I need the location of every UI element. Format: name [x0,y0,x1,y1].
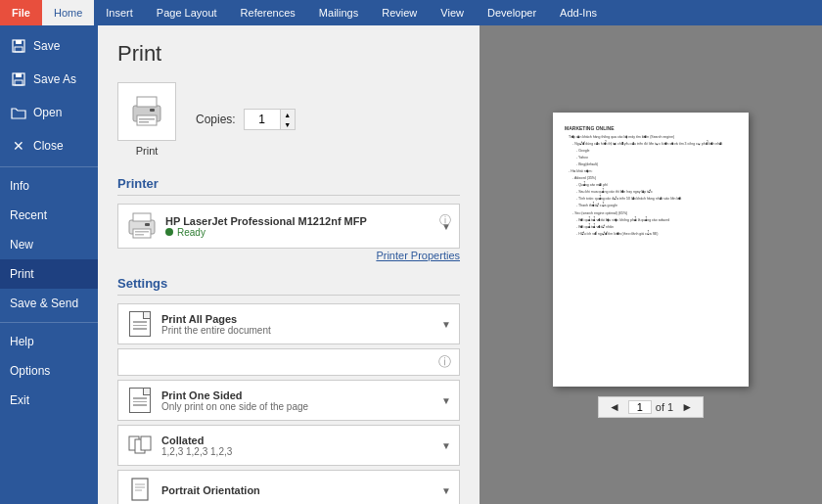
tab-page-layout[interactable]: Page Layout [145,0,229,25]
svg-rect-1 [16,40,22,44]
copies-input[interactable]: 1 [245,110,280,129]
setting-print-one-sided-text: Print One Sided Only print on one side o… [161,389,441,412]
print-all-pages-arrow[interactable]: ▼ [441,319,451,330]
printer-info-icon[interactable]: ⓘ [439,212,451,229]
printer-icon [126,210,158,242]
prev-page-button[interactable]: ◄ [609,400,620,414]
preview-nav: ◄ of 1 ► [598,396,704,418]
svg-rect-14 [133,229,151,238]
page-of-label: of 1 [656,401,673,413]
sidebar-item-save-as-label: Save As [33,72,76,86]
settings-section: Settings Print All Pages Print the entir… [117,276,460,504]
svg-rect-21 [132,479,148,500]
settings-section-title: Settings [117,276,460,296]
sidebar-item-options-label: Options [10,364,50,378]
next-page-button[interactable]: ► [681,400,693,414]
tab-home[interactable]: Home [42,0,94,25]
pages-input[interactable] [126,353,438,371]
svg-rect-10 [139,118,155,120]
setting-print-one-sided[interactable]: Print One Sided Only print on one side o… [117,380,460,421]
sidebar-item-save-as[interactable]: Save As [0,63,98,96]
pages-info-icon[interactable]: ⓘ [438,353,451,371]
page-number-input[interactable] [628,400,652,414]
tab-insert[interactable]: Insert [94,0,145,25]
copies-down-button[interactable]: ▼ [281,119,295,129]
print-title: Print [117,41,460,67]
sidebar-item-exit-label: Exit [10,393,29,407]
print-one-sided-icon [126,387,154,414]
print-one-sided-arrow[interactable]: ▼ [441,395,451,406]
sidebar-item-open[interactable]: Open [0,96,98,129]
sidebar-item-help-label: Help [10,335,34,348]
sidebar-item-save-send[interactable]: Save & Send [0,289,98,318]
sidebar-item-new[interactable]: New [0,230,98,259]
printer-button-icon [128,94,165,129]
svg-rect-17 [135,234,144,236]
collated-icon [126,432,154,459]
svg-rect-20 [141,436,151,450]
preview-paper: MARKETING ONLINE Tiếp cận khách hàng thô… [553,113,749,387]
svg-rect-5 [15,80,23,85]
file-tab[interactable]: File [0,0,42,25]
sidebar-item-recent-label: Recent [10,208,47,222]
close-icon: ✕ [10,137,27,155]
sidebar-separator-1 [0,166,98,167]
portrait-icon [126,477,154,504]
printer-name: HP LaserJet Professional M1212nf MFP [165,215,434,227]
setting-portrait-main: Portrait Orientation [161,484,441,496]
setting-print-one-sided-main: Print One Sided [161,389,441,401]
preview-pane: MARKETING ONLINE Tiếp cận khách hàng thô… [480,25,822,504]
page-indicator: of 1 [628,400,673,414]
content-area: Print Print [98,25,822,504]
copies-row: Copies: 1 ▲ ▼ [196,109,296,130]
sidebar-item-close-label: Close [33,139,64,153]
tab-developer[interactable]: Developer [476,0,548,25]
printer-properties-link[interactable]: Printer Properties [376,250,460,261]
setting-print-all-pages[interactable]: Print All Pages Print the entire documen… [117,303,460,344]
sidebar-item-save-label: Save [33,39,60,53]
tab-mailings[interactable]: Mailings [307,0,370,25]
setting-portrait[interactable]: Portrait Orientation ▼ [117,470,460,504]
sidebar-item-close[interactable]: ✕ Close [0,129,98,162]
sidebar-item-print[interactable]: Print [0,259,98,289]
open-icon [10,104,27,121]
tab-references[interactable]: References [229,0,307,25]
svg-rect-13 [133,213,151,221]
sidebar-item-print-label: Print [10,267,34,281]
sidebar-item-info-label: Info [10,179,29,193]
print-all-pages-icon [126,310,154,338]
svg-rect-16 [135,231,149,233]
tab-add-ins[interactable]: Add-Ins [548,0,609,25]
setting-print-one-sided-sub: Only print on one side of the page [161,401,441,412]
setting-print-all-pages-text: Print All Pages Print the entire documen… [161,313,441,336]
sidebar-item-recent[interactable]: Recent [0,201,98,230]
printer-row[interactable]: HP LaserJet Professional M1212nf MFP Rea… [117,204,460,249]
print-top-row: Print Copies: 1 ▲ ▼ [117,82,460,157]
svg-rect-8 [137,115,157,125]
sidebar-item-save-send-label: Save & Send [10,297,78,310]
print-panel: Print Print [98,25,480,504]
copies-input-wrap: 1 ▲ ▼ [244,109,296,130]
sidebar-item-save[interactable]: Save [0,29,98,63]
svg-rect-11 [139,121,149,123]
save-icon [10,37,27,55]
sidebar-item-options[interactable]: Options [0,356,98,386]
printer-info: HP LaserJet Professional M1212nf MFP Rea… [165,215,434,238]
tab-review[interactable]: Review [370,0,429,25]
save-as-icon [10,70,27,88]
sidebar-item-help[interactable]: Help [0,327,98,356]
copies-up-button[interactable]: ▲ [281,110,295,119]
print-button-label: Print [136,145,159,157]
sidebar-item-exit[interactable]: Exit [0,386,98,415]
preview-content: MARKETING ONLINE Tiếp cận khách hàng thô… [565,124,737,238]
main-container: Save Save As Open ✕ Close Info Recent Ne… [0,25,822,504]
collated-arrow[interactable]: ▼ [441,440,451,451]
print-button[interactable] [117,82,176,141]
copies-label: Copies: [196,113,236,126]
portrait-arrow[interactable]: ▼ [441,485,451,496]
sidebar-separator-2 [0,322,98,323]
sidebar-item-info[interactable]: Info [0,171,98,201]
setting-collated[interactable]: Collated 1,2,3 1,2,3 1,2,3 ▼ [117,425,460,466]
status-dot [165,228,173,236]
tab-view[interactable]: View [429,0,476,25]
